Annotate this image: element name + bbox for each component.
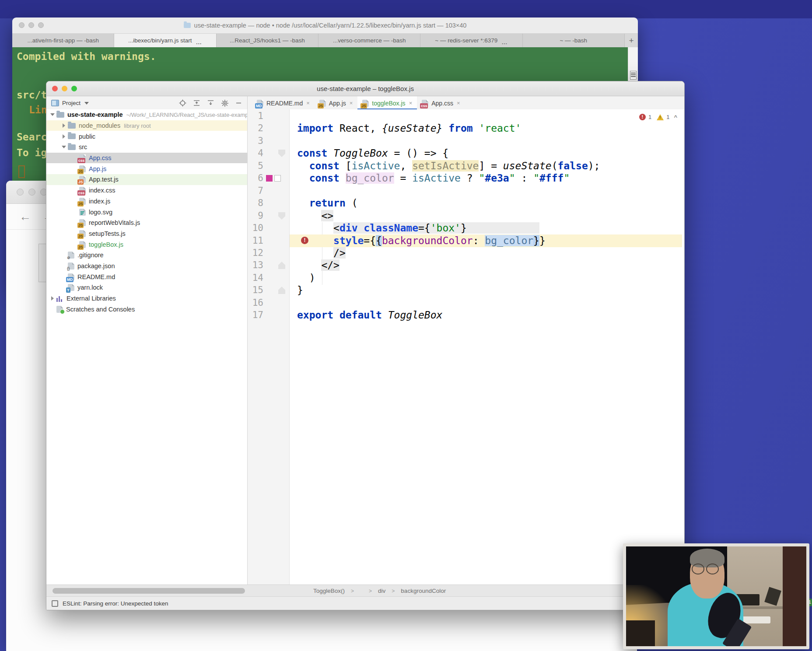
- tree-right-arrow-icon[interactable]: [61, 123, 66, 128]
- tree-item-External Libraries[interactable]: External Libraries: [46, 293, 247, 304]
- code-line-3[interactable]: 3: [248, 135, 684, 147]
- breadcrumb-item[interactable]: div: [378, 588, 385, 594]
- editor-tab-README.md[interactable]: MDREADME.md×: [252, 96, 315, 110]
- close-icon[interactable]: [17, 189, 24, 196]
- code-line-10[interactable]: 10 <div className={'box'}: [248, 222, 684, 234]
- terminal-tab-5[interactable]: ~ — -bash: [523, 34, 625, 47]
- close-icon[interactable]: [19, 22, 24, 28]
- code-line-8[interactable]: 8 return (: [248, 197, 684, 210]
- tree-item-src[interactable]: src: [46, 142, 247, 153]
- fold-marker-icon[interactable]: [278, 287, 285, 294]
- expand-all-icon[interactable]: [207, 99, 214, 107]
- fold-marker-icon[interactable]: [278, 212, 285, 220]
- tree-right-arrow-icon[interactable]: [50, 296, 55, 301]
- close-tab-icon[interactable]: ×: [350, 100, 353, 106]
- tree-item-index.js[interactable]: JSindex.js: [46, 196, 247, 207]
- scratches-icon: [56, 306, 63, 313]
- new-terminal-tab-button[interactable]: +: [625, 34, 638, 47]
- zoom-icon[interactable]: [71, 86, 77, 91]
- hide-panel-icon[interactable]: [235, 100, 242, 106]
- terminal-scroll-marker-icon[interactable]: [630, 71, 637, 80]
- code-line-14[interactable]: 14 ): [248, 272, 684, 284]
- code-line-4[interactable]: 4const ToggleBox = () => {: [248, 147, 684, 160]
- chevron-down-icon[interactable]: [84, 102, 89, 105]
- file-type-badge: MD: [255, 103, 262, 108]
- code-line-9[interactable]: 9 <>: [248, 210, 684, 222]
- color-swatch-white[interactable]: [274, 175, 281, 182]
- terminal-tab-1[interactable]: ...ibexec/bin/yarn.js start…: [114, 34, 216, 47]
- close-icon[interactable]: [52, 86, 58, 91]
- ide-titlebar[interactable]: use-state-example – toggleBox.js: [46, 81, 684, 96]
- tree-down-arrow-icon[interactable]: [50, 113, 55, 116]
- ide-window-controls[interactable]: [52, 86, 77, 91]
- code-line-1[interactable]: 1: [248, 110, 684, 122]
- code-line-2[interactable]: 2import React, {useState} from 'react': [248, 122, 684, 135]
- tree-item-logo.svg[interactable]: logo.svg: [46, 206, 247, 217]
- fold-marker-icon[interactable]: [278, 262, 285, 269]
- terminal-window-controls[interactable]: [19, 22, 44, 28]
- close-tab-icon[interactable]: ×: [457, 100, 460, 106]
- fold-marker-icon[interactable]: [278, 150, 285, 157]
- tree-item-yarn.lock[interactable]: Yyarn.lock: [46, 282, 247, 293]
- tree-item-.gitignore[interactable]: ⊘.gitignore: [46, 250, 247, 261]
- settings-gear-icon[interactable]: [221, 99, 229, 107]
- tree-item-setupTests.js[interactable]: JSsetupTests.js: [46, 228, 247, 239]
- file-type-badge: css: [77, 158, 85, 163]
- tree-item-public[interactable]: public: [46, 131, 247, 142]
- status-checkbox-icon[interactable]: [52, 600, 58, 607]
- folder-icon: [68, 133, 76, 139]
- tree-item-use-state-example[interactable]: use-state-example~/Work/_LEARNING/React_…: [46, 109, 247, 120]
- tree-item-App.test.js[interactable]: JSApp.test.js: [46, 174, 247, 185]
- terminal-output-line: Searc: [17, 131, 47, 143]
- breadcrumb-item[interactable]: backgroundColor: [401, 588, 446, 594]
- code-line-16[interactable]: 16: [248, 297, 684, 309]
- tree-down-arrow-icon[interactable]: [61, 146, 66, 148]
- close-tab-icon[interactable]: ×: [306, 100, 310, 106]
- code-line-7[interactable]: 7: [248, 185, 684, 197]
- terminal-tab-3[interactable]: ...verso-commerce — -bash: [318, 34, 420, 47]
- minimize-icon[interactable]: [62, 86, 67, 91]
- tree-horizontal-scrollbar[interactable]: [52, 588, 245, 594]
- code-editor[interactable]: 1 1 ^ 12import React, {useState} from 'r…: [248, 109, 684, 585]
- code-line-11[interactable]: 11 style={{backgroundColor: bg_color}}: [248, 234, 684, 247]
- back-icon[interactable]: ←: [19, 210, 31, 224]
- tree-item-label: App.css: [89, 154, 112, 161]
- zoom-icon[interactable]: [38, 22, 44, 28]
- line-number: 14: [248, 272, 263, 284]
- code-line-17[interactable]: 17export default ToggleBox: [248, 309, 684, 322]
- editor-tab-toggleBox.js[interactable]: JStoggleBox.js×: [357, 96, 417, 110]
- editor-tab-App.css[interactable]: cssApp.css×: [417, 96, 465, 110]
- tree-item-index.css[interactable]: cssindex.css: [46, 185, 247, 196]
- minimize-icon[interactable]: [28, 189, 35, 196]
- code-line-6[interactable]: 6 const bg_color = isActive ? "#e3a" : "…: [248, 172, 684, 185]
- lock-file-icon: Y: [68, 284, 74, 291]
- code-line-13[interactable]: 13 </>: [248, 259, 684, 272]
- minimize-icon[interactable]: [28, 22, 34, 28]
- terminal-titlebar[interactable]: use-state-example — node • node /usr/loc…: [12, 18, 638, 34]
- collapse-all-icon[interactable]: [193, 99, 200, 107]
- tree-item-reportWebVitals.js[interactable]: JSreportWebVitals.js: [46, 217, 247, 228]
- project-selector[interactable]: Project: [62, 100, 80, 106]
- tree-item-Scratches and Consoles[interactable]: Scratches and Consoles: [46, 304, 247, 315]
- terminal-tab-4[interactable]: ~ — redis-server *:6379…: [420, 34, 522, 47]
- tree-item-package.json[interactable]: {}package.json: [46, 261, 247, 272]
- tree-item-README.md[interactable]: MDREADME.md: [46, 271, 247, 282]
- code-line-5[interactable]: 5 const [isActive, setIsActive] = useSta…: [248, 160, 684, 172]
- terminal-tab-bar: ...ative/rn-first-app — -bash...ibexec/b…: [12, 34, 638, 48]
- tree-item-App.css[interactable]: cssApp.css: [46, 153, 247, 164]
- code-line-12[interactable]: 12 />: [248, 247, 684, 259]
- locate-icon[interactable]: [179, 99, 186, 107]
- breadcrumb-item[interactable]: ToggleBox(): [313, 588, 345, 594]
- color-swatch-magenta[interactable]: [266, 175, 273, 182]
- tree-right-arrow-icon[interactable]: [61, 134, 66, 139]
- tree-item-App.js[interactable]: JSApp.js: [46, 163, 247, 174]
- code-line-15[interactable]: 15}: [248, 284, 684, 297]
- close-tab-icon[interactable]: ×: [409, 100, 413, 106]
- status-message: ESLint: Parsing error: Unexpected token: [63, 600, 168, 607]
- tree-item-toggleBox.js[interactable]: JStoggleBox.js: [46, 239, 247, 250]
- terminal-tab-2[interactable]: ...React_JS/hooks1 — -bash: [217, 34, 318, 47]
- editor-tab-App.js[interactable]: JSApp.js×: [315, 96, 358, 110]
- browser-window-controls[interactable]: [17, 189, 47, 196]
- tree-item-node_modules[interactable]: node_moduleslibrary root: [46, 120, 247, 131]
- terminal-tab-0[interactable]: ...ative/rn-first-app — -bash: [12, 34, 114, 47]
